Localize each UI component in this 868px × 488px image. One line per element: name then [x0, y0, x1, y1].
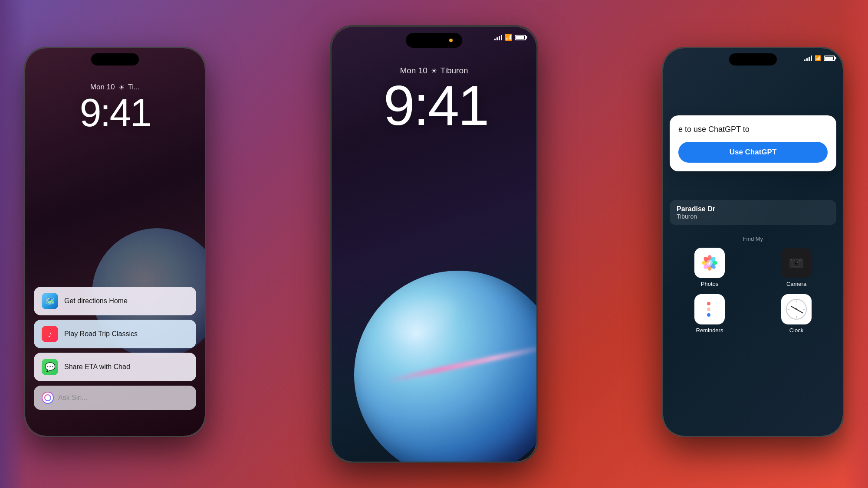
right-phone: 📶 e to use ChatGPT to Use ChatGPT Paradi…	[662, 47, 844, 437]
svg-point-10	[707, 260, 713, 266]
center-sun-icon: ☀	[431, 67, 437, 75]
camera-app-label: Camera	[786, 281, 806, 287]
reminders-lines	[704, 298, 716, 320]
battery-icon	[515, 35, 526, 40]
left-edge-fade	[0, 0, 26, 488]
left-location-text: Ti...	[128, 83, 140, 92]
maps-icon: 🗺️	[42, 293, 58, 309]
clock-face	[786, 299, 807, 320]
right-status-bar: 📶	[804, 55, 835, 61]
right-battery-icon	[824, 56, 835, 61]
chatgpt-modal: e to use ChatGPT to Use ChatGPT	[670, 115, 836, 171]
chatgpt-modal-text: e to use ChatGPT to	[678, 124, 828, 135]
maps-info-widget: Paradise Dr Tiburon	[670, 200, 836, 225]
wifi-icon: 📶	[505, 34, 512, 41]
messages-icon: 💬	[42, 359, 58, 375]
suggestion-messages[interactable]: 💬 Share ETA with Chad	[34, 353, 196, 381]
suggestion-directions[interactable]: 🗺️ Get directions Home	[34, 287, 196, 315]
signal-bar-4	[501, 35, 502, 40]
battery-fill	[516, 36, 524, 39]
photos-icon	[694, 248, 725, 278]
music-text: Play Road Trip Classics	[64, 330, 138, 338]
right-bar-2	[806, 58, 808, 61]
maps-street-text: Paradise Dr	[677, 205, 829, 213]
right-bar-4	[811, 56, 812, 61]
right-bar-3	[809, 57, 810, 61]
svg-point-18	[791, 259, 792, 261]
clock-tick-3	[803, 309, 805, 310]
camera-app-cell[interactable]: Camera	[756, 248, 836, 287]
scene: Mon 10 ☀ Ti... 9:41 🗺️ Get directions Ho…	[0, 0, 868, 488]
reminders-icon	[694, 294, 725, 324]
right-dynamic-island	[729, 53, 777, 66]
svg-point-0	[45, 395, 51, 401]
right-bar-1	[804, 59, 806, 61]
messages-text: Share ETA with Chad	[64, 363, 130, 371]
signal-bars	[494, 34, 502, 40]
di-amber-dot	[449, 39, 453, 42]
rem-dot-2	[707, 308, 710, 311]
clock-minute-hand	[796, 309, 804, 314]
suggestion-music[interactable]: ♪ Play Road Trip Classics	[34, 320, 196, 348]
find-my-label: Find My	[663, 235, 843, 242]
clock-icon	[781, 294, 812, 324]
siri-circle-icon	[42, 392, 54, 404]
left-date-text: Mon 10	[90, 83, 115, 92]
rem-line-1	[707, 302, 712, 305]
music-icon: ♪	[42, 326, 58, 342]
center-location-text: Tiburon	[441, 66, 468, 75]
rem-dot-1	[707, 302, 710, 305]
reminders-app-cell[interactable]: Reminders	[670, 294, 750, 334]
clock-tick-6	[796, 316, 797, 318]
center-dynamic-island	[406, 33, 462, 48]
right-wifi-icon: 📶	[815, 55, 821, 61]
left-phone: Mon 10 ☀ Ti... 9:41 🗺️ Get directions Ho…	[24, 47, 206, 437]
clock-app-cell[interactable]: Clock	[756, 294, 836, 334]
find-my-text: Find My	[743, 236, 763, 242]
orb-highlight	[385, 288, 463, 349]
camera-icon	[781, 248, 812, 278]
clock-center-dot	[796, 308, 797, 310]
signal-bar-1	[494, 39, 496, 40]
center-status-bar: 📶	[494, 34, 526, 41]
svg-rect-17	[799, 259, 802, 261]
signal-bar-3	[499, 36, 500, 40]
reminders-app-label: Reminders	[696, 327, 723, 334]
svg-point-16	[797, 262, 798, 263]
center-date-text: Mon 10	[400, 66, 427, 75]
app-grid: Photos	[670, 248, 836, 334]
clock-tick-12	[796, 301, 797, 302]
siri-suggestions-panel: 🗺️ Get directions Home ♪ Play Road Trip …	[34, 287, 196, 410]
left-lock-date: Mon 10 ☀ Ti...	[25, 83, 205, 92]
left-lock-clock: Mon 10 ☀ Ti... 9:41	[25, 83, 205, 132]
photos-app-cell[interactable]: Photos	[670, 248, 750, 287]
left-time-text: 9:41	[25, 93, 205, 132]
left-sun-icon: ☀	[118, 83, 125, 92]
maps-city-text: Tiburon	[677, 213, 829, 220]
siri-ask-bar[interactable]: Ask Siri...	[34, 386, 196, 410]
use-chatgpt-button[interactable]: Use ChatGPT	[678, 142, 828, 163]
center-lock-date: Mon 10 ☀ Tiburon	[332, 66, 536, 75]
rem-line-3	[707, 313, 712, 317]
rem-dot-3	[707, 313, 710, 317]
right-signal-bars	[804, 55, 812, 61]
rem-line-2	[707, 308, 712, 311]
left-dynamic-island	[91, 53, 139, 66]
right-edge-fade	[842, 0, 868, 488]
photos-app-label: Photos	[701, 281, 718, 287]
clock-app-label: Clock	[789, 327, 804, 334]
siri-placeholder-text: Ask Siri...	[58, 394, 88, 402]
directions-text: Get directions Home	[64, 297, 128, 305]
right-battery-fill	[825, 57, 833, 60]
center-phone: 📶 Mon 10 ☀ Tiburon 9:41	[330, 25, 538, 463]
signal-bar-2	[496, 37, 498, 40]
clock-tick-9	[788, 309, 789, 310]
